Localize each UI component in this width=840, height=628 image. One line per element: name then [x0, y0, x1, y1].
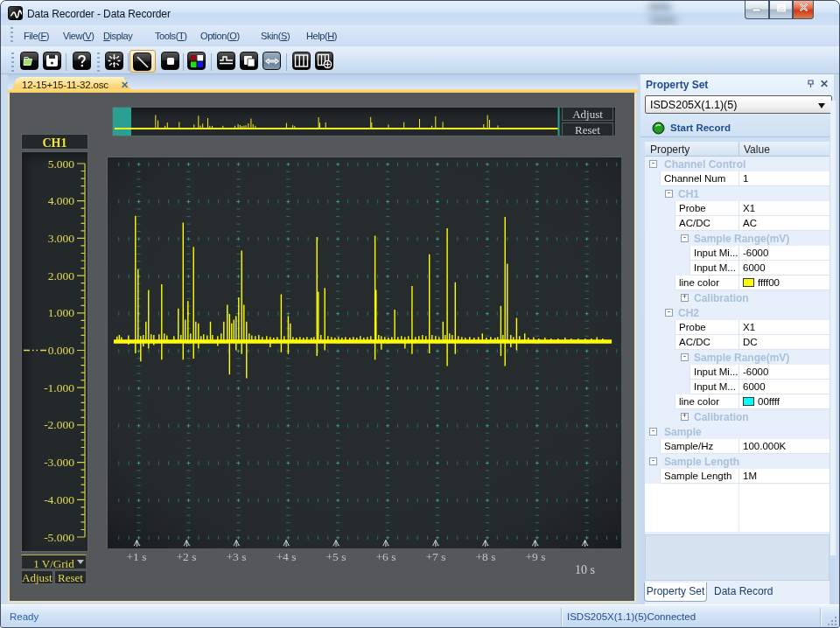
- svg-text:1.000: 1.000: [48, 306, 75, 319]
- svg-text:4.000: 4.000: [48, 194, 75, 207]
- svg-text:-2.000: -2.000: [44, 418, 74, 431]
- svg-text:0.000: 0.000: [48, 344, 75, 357]
- svg-text:-3.000: -3.000: [44, 456, 74, 469]
- svg-text:-5.000: -5.000: [44, 531, 74, 544]
- svg-text:5.000: 5.000: [48, 157, 75, 171]
- svg-text:-1.000: -1.000: [44, 381, 74, 394]
- svg-text:2.000: 2.000: [48, 269, 75, 283]
- svg-text:3.000: 3.000: [48, 232, 75, 245]
- svg-text:-4.000: -4.000: [44, 493, 74, 506]
